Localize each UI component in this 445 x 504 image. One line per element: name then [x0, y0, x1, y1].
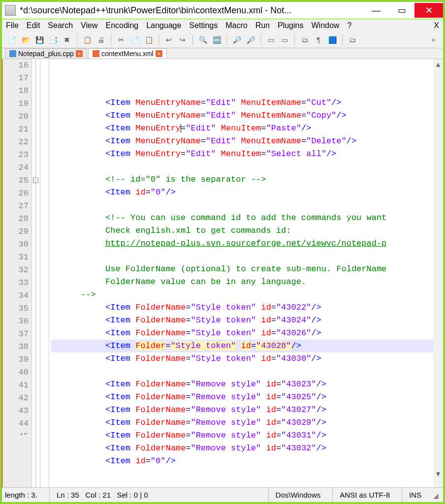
code-line-31[interactable]: --> [51, 288, 443, 301]
editor[interactable]: 1617181920212223242526272829303132333435… [2, 59, 443, 487]
toolbar-btn-11[interactable]: ↪ [177, 34, 189, 46]
menu-file[interactable]: File [6, 21, 19, 30]
code-line-18[interactable]: <Item MenuEntry="Edit" MenuItem="Paste"/… [51, 122, 443, 135]
menu-search[interactable]: Search [48, 21, 73, 30]
close-tab-icon[interactable]: × [156, 50, 162, 57]
code-line-19[interactable]: <Item MenuEntryName="Edit" MenuItemName=… [51, 135, 443, 148]
tab-Notepad_plus-cpp[interactable]: Notepad_plus.cpp× [5, 48, 87, 59]
status-encoding[interactable]: ANSI as UTF-8 [332, 488, 397, 502]
toolbar-btn-19[interactable]: ¶ [313, 34, 324, 46]
scroll-down-icon[interactable]: ▾ [433, 469, 443, 478]
toolbar-btn-4[interactable]: ✖ [61, 34, 73, 46]
titlebar[interactable]: *d:\source\Notepad++\trunk\PowerEditor\b… [2, 2, 443, 19]
tab-bar: Notepad_plus.cpp×contextMenu.xml× [2, 48, 443, 59]
toolbar-btn-7[interactable]: ✂ [115, 34, 127, 46]
code-line-38[interactable]: <Item FolderName="Remove style" id="4302… [51, 378, 443, 391]
margin-column [40, 59, 49, 487]
toolbar-btn-13[interactable]: 🔤 [211, 34, 222, 46]
menu-?[interactable]: ? [347, 21, 351, 30]
status-ln: Ln : 35 [57, 491, 79, 499]
code-line-16[interactable]: <Item MenuEntryName="Edit" MenuItemName=… [51, 96, 443, 109]
toolbar-btn-6[interactable]: 🖨 [95, 34, 107, 46]
code-line-28[interactable] [51, 250, 443, 263]
toolbar-btn-3[interactable]: 📑 [47, 34, 59, 46]
code-line-36[interactable]: <Item FolderName="Style token" id="43030… [51, 352, 443, 365]
menu-x[interactable]: X [434, 21, 439, 30]
scroll-up-icon[interactable]: ▴ [433, 59, 443, 69]
toolbar-btn-14[interactable]: 🔎 [231, 34, 243, 46]
menu-language[interactable]: Language [146, 21, 181, 30]
menubar: FileEditSearchViewEncodingLanguageSettin… [2, 19, 443, 32]
menu-plugins[interactable]: Plugins [278, 21, 303, 30]
code-line-23[interactable]: <Item id="0"/> [51, 186, 443, 199]
code-line-20[interactable]: <Item MenuEntry="Edit" MenuItem="Select … [51, 148, 443, 160]
code-line-26[interactable]: Check english.xml to get commands id: [51, 224, 443, 237]
toolbar-btn-2[interactable]: 💾 [33, 34, 45, 46]
vertical-scrollbar[interactable]: ▴ ▾ [433, 59, 443, 487]
toolbar-btn-15[interactable]: 🔎 [245, 34, 256, 46]
code-line-35[interactable]: <Item Folder="Style token" id="43028"/> [51, 340, 443, 352]
doc-icon [9, 50, 16, 57]
code-line-29[interactable]: Use FolderName (optional) to create sub-… [51, 263, 443, 276]
toolbar-btn-0[interactable]: 📄 [6, 34, 18, 46]
code-line-37[interactable] [51, 365, 443, 378]
code-line-25[interactable]: <!-- You can use command id to add the c… [51, 212, 443, 224]
toolbar-btn-20[interactable]: 🟦 [326, 34, 338, 46]
menu-view[interactable]: View [81, 21, 97, 30]
resize-grip-icon[interactable]: ◢ [433, 492, 440, 499]
menu-settings[interactable]: Settings [189, 21, 218, 30]
status-eol[interactable]: Dos\Windows [268, 488, 328, 502]
close-tab-icon[interactable]: × [76, 50, 83, 57]
close-button[interactable] [414, 3, 443, 18]
menu-encoding[interactable]: Encoding [105, 21, 138, 30]
code-line-21[interactable] [51, 160, 443, 173]
menu-macro[interactable]: Macro [225, 21, 247, 30]
menu-window[interactable]: Window [311, 21, 339, 30]
code-line-24[interactable] [51, 199, 443, 212]
code-line-45[interactable] [51, 468, 443, 472]
code-line-43[interactable]: <Item FolderName="Remove style" id="4303… [51, 442, 443, 455]
fold-toggle[interactable]: - [33, 178, 38, 183]
code-line-33[interactable]: <Item FolderName="Style token" id="43024… [51, 314, 443, 327]
status-col: Col : 21 [85, 491, 111, 499]
status-length: length : 3. [5, 488, 44, 502]
code-line-34[interactable]: <Item FolderName="Style token" id="43026… [51, 327, 443, 340]
doc-icon [93, 50, 99, 57]
toolbar-btn-8[interactable]: 📄 [129, 34, 141, 46]
code-line-22[interactable]: <!-- id="0" is the separator --> [51, 173, 443, 186]
line-number-gutter[interactable]: 1617181920212223242526272829303132333435… [2, 59, 32, 487]
code-line-27[interactable]: http://notepad-plus.svn.sourceforge.net/… [51, 237, 443, 250]
menu-run[interactable]: Run [255, 21, 270, 30]
app-icon [5, 5, 16, 16]
code-line-30[interactable]: FolderName value can be in any language. [51, 276, 443, 288]
code-line-40[interactable]: <Item FolderName="Remove style" id="4302… [51, 404, 443, 416]
fold-column[interactable]: - [32, 59, 40, 487]
menu-edit[interactable]: Edit [27, 21, 40, 30]
code-line-17[interactable]: <Item MenuEntryName="Edit" MenuItemName=… [51, 109, 443, 122]
code-area[interactable]: <Item MenuEntryName="Edit" MenuItemName=… [49, 59, 443, 487]
toolbar-btn-12[interactable]: 🔍 [197, 34, 209, 46]
toolbar-btn-9[interactable]: 📋 [143, 34, 155, 46]
toolbar-btn-22[interactable]: » [428, 36, 439, 43]
toolbar-btn-17[interactable]: ▭ [279, 34, 290, 46]
toolbar-btn-1[interactable]: 📂 [20, 34, 32, 46]
toolbar: 📄📂💾📑✖📋🖨✂📄📋↩↪🔍🔤🔎🔎▭▭🗂¶🟦🗂» [2, 32, 443, 48]
code-line-32[interactable]: <Item FolderName="Style token" id="43022… [51, 301, 443, 314]
tab-contextMenu-xml[interactable]: contextMenu.xml× [88, 48, 167, 59]
minimize-button[interactable] [363, 3, 389, 18]
code-line-42[interactable]: <Item FolderName="Remove style" id="4303… [51, 429, 443, 442]
code-line-41[interactable]: <Item FolderName="Remove style" id="4302… [51, 416, 443, 429]
window-title: *d:\source\Notepad++\trunk\PowerEditor\b… [20, 5, 363, 16]
statusbar: length : 3. Ln : 35 Col : 21 Sel : 0 | 0… [2, 487, 443, 502]
maximize-button[interactable] [389, 3, 414, 18]
toolbar-btn-16[interactable]: ▭ [265, 34, 277, 46]
toolbar-btn-21[interactable]: 🗂 [347, 34, 358, 46]
toolbar-btn-10[interactable]: ↩ [163, 34, 175, 46]
status-sel: Sel : 0 | 0 [117, 491, 148, 499]
toolbar-btn-5[interactable]: 📋 [81, 34, 93, 46]
code-line-44[interactable]: <Item id="0"/> [51, 455, 443, 468]
toolbar-btn-18[interactable]: 🗂 [299, 34, 311, 46]
code-line-39[interactable]: <Item FolderName="Remove style" id="4302… [51, 391, 443, 404]
status-ins[interactable]: INS [402, 488, 428, 502]
